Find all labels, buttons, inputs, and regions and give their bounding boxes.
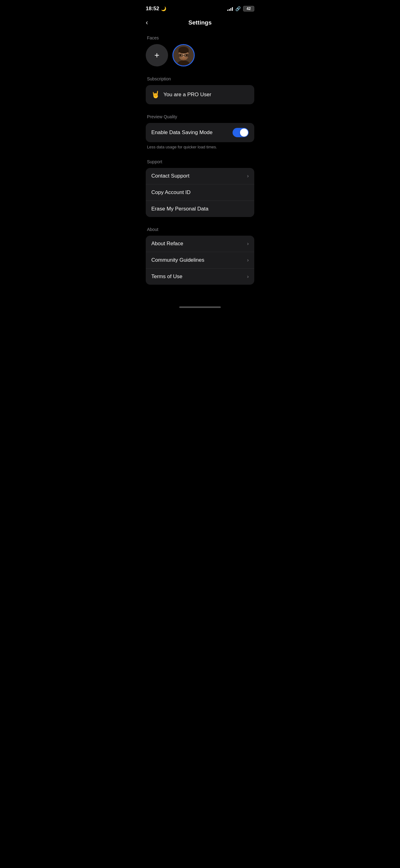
about-reface-chevron: › (247, 241, 249, 247)
signal-icon (227, 6, 233, 11)
terms-of-use-label: Terms of Use (151, 274, 182, 280)
faces-section-label: Faces (146, 35, 254, 40)
svg-point-8 (179, 54, 181, 56)
copy-account-id-label: Copy Account ID (151, 189, 191, 195)
support-section: Support Contact Support › Copy Account I… (146, 159, 254, 217)
svg-point-9 (186, 54, 188, 56)
data-saving-label: Enable Data Saving Mode (151, 129, 213, 136)
time-display: 18:52 (146, 6, 159, 12)
subscription-text: You are a PRO User (163, 92, 211, 98)
subscription-emoji: 🤘 (151, 91, 160, 99)
battery-indicator: 42 (243, 6, 254, 11)
preview-quality-section: Preview Quality Enable Data Saving Mode … (146, 114, 254, 149)
page-title: Settings (189, 19, 212, 26)
about-reface-label: About Reface (151, 241, 183, 247)
data-saving-toggle-row: Enable Data Saving Mode (146, 123, 254, 142)
status-time: 18:52 🌙 (146, 6, 166, 12)
status-right: 🔗 42 (227, 6, 254, 11)
contact-support-chevron: › (247, 173, 249, 179)
back-icon: ‹ (146, 19, 148, 27)
about-card: About Reface › Community Guidelines › Te… (146, 236, 254, 285)
about-section-label: About (146, 227, 254, 232)
svg-rect-4 (178, 50, 189, 53)
subscription-section-label: Subscription (146, 76, 254, 81)
face-avatar[interactable] (172, 44, 195, 66)
toggle-knob (240, 128, 248, 136)
settings-content: Faces + (139, 32, 261, 298)
erase-data-row[interactable]: Erase My Personal Data (146, 201, 254, 217)
status-bar: 18:52 🌙 🔗 42 (139, 0, 261, 16)
faces-row: + (146, 44, 254, 66)
erase-data-label: Erase My Personal Data (151, 206, 208, 212)
copy-account-id-row[interactable]: Copy Account ID (146, 184, 254, 201)
contact-support-row[interactable]: Contact Support › (146, 168, 254, 184)
community-guidelines-chevron: › (247, 257, 249, 263)
about-section: About About Reface › Community Guideline… (146, 227, 254, 285)
home-indicator (139, 304, 261, 310)
subscription-card[interactable]: 🤘 You are a PRO User (146, 85, 254, 104)
svg-point-10 (182, 57, 185, 58)
preview-quality-label: Preview Quality (146, 114, 254, 119)
plus-icon: + (155, 51, 159, 60)
person-svg (173, 45, 194, 65)
terms-of-use-chevron: › (247, 274, 249, 279)
faces-section: Faces + (146, 35, 254, 66)
subscription-section: Subscription 🤘 You are a PRO User (146, 76, 254, 104)
home-indicator-bar (179, 306, 221, 308)
about-reface-row[interactable]: About Reface › (146, 236, 254, 252)
add-face-button[interactable]: + (146, 44, 168, 66)
back-button[interactable]: ‹ (146, 19, 148, 27)
terms-of-use-row[interactable]: Terms of Use › (146, 269, 254, 285)
data-saving-hint: Less data usage for quicker load times. (146, 145, 254, 149)
battery-level: 42 (246, 6, 251, 11)
contact-support-label: Contact Support (151, 173, 190, 179)
data-saving-toggle[interactable] (233, 128, 249, 137)
community-guidelines-label: Community Guidelines (151, 257, 204, 263)
avatar-image (173, 45, 194, 65)
data-saving-card: Enable Data Saving Mode (146, 123, 254, 142)
support-card: Contact Support › Copy Account ID Erase … (146, 168, 254, 217)
moon-icon: 🌙 (161, 6, 166, 11)
nav-header: ‹ Settings (139, 16, 261, 32)
support-section-label: Support (146, 159, 254, 164)
link-icon: 🔗 (235, 6, 241, 11)
community-guidelines-row[interactable]: Community Guidelines › (146, 252, 254, 269)
